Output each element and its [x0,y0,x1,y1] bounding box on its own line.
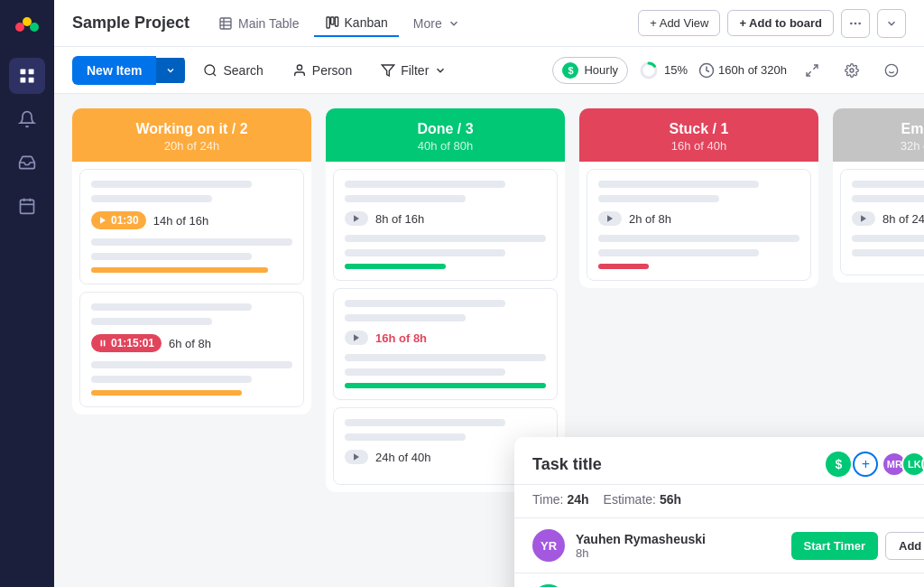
column-done-header: Done / 3 40h of 80h [326,108,565,162]
expand-button[interactable] [798,56,827,85]
column-stuck: Stuck / 1 16h of 40h 2h of 8h [579,108,818,288]
avatar: YR [532,529,565,562]
svg-rect-12 [220,18,231,29]
more-options-button[interactable] [841,9,870,38]
new-item-dropdown-button[interactable] [156,58,185,83]
popup-dollar-button[interactable]: $ [826,452,851,477]
sidebar-item-notifications[interactable] [9,101,45,137]
add-time-button[interactable]: Add Time [885,532,924,560]
column-stuck-body: 2h of 8h [579,162,818,288]
chevron-down-icon [885,17,898,30]
table-row[interactable]: 01:30 14h of 16h [79,169,304,284]
sidebar-item-inbox[interactable] [9,144,45,181]
timer-hours: 8h of 24h [882,212,924,226]
timer-badge-pending [345,331,368,345]
svg-rect-37 [104,340,106,347]
table-row[interactable]: 2h of 8h [587,169,811,281]
collapse-button[interactable] [877,9,906,38]
dots-icon [848,16,863,31]
hours-badge: 160h of 320h [698,62,787,79]
add-to-board-button[interactable]: + Add to board [727,10,834,36]
svg-point-31 [850,69,854,72]
new-item-main-button[interactable]: New Item [72,56,156,85]
card-timer-row: 8h of 24h [852,211,924,226]
tab-more[interactable]: More [402,11,471,36]
filter-chevron-icon [434,64,447,77]
column-working-title: Working on it / 2 [87,121,297,137]
popup-avatars: + MR LK 0 [858,452,924,477]
svg-rect-6 [21,78,26,83]
card-line [91,376,252,383]
column-working: Working on it / 2 20h of 24h 01:30 14h o… [72,108,311,415]
timer-badge-pending [345,450,368,464]
add-member-button[interactable]: + [853,452,878,477]
card-timer-row: 01:15:01 6h of 8h [91,334,292,352]
column-empty: Empty 32h of ... 8h of 24h [833,108,924,283]
timer-badge-pending [852,211,875,226]
svg-rect-5 [29,70,34,75]
hourly-label: Hourly [584,63,618,77]
emoji-button[interactable] [877,56,906,85]
card-line [345,433,466,441]
tab-main-table[interactable]: Main Table [208,11,310,36]
person-row: LK Lera Kuntsevich 16h [514,573,924,587]
time-value: 24h [567,492,588,507]
progress-stat: 15% [639,61,688,80]
start-timer-button[interactable]: Start Timer [791,532,878,560]
svg-marker-35 [100,217,106,224]
search-label: Search [223,63,263,78]
timer-hours: 8h of 16h [375,212,424,226]
progress-circle-icon [639,61,659,80]
svg-point-32 [885,64,897,76]
card-line [345,300,505,307]
table-row[interactable]: 16h of 8h [333,288,558,400]
svg-rect-16 [327,17,329,28]
table-row[interactable]: 8h of 24h [840,169,924,275]
time-item: Time: 24h [532,492,589,507]
progress-bar [91,390,242,396]
toolbar: New Item Search Person Filter $ Hourly [54,47,924,94]
card-line [91,303,252,311]
column-done-subtitle: 40h of 80h [340,139,550,153]
svg-point-1 [15,23,24,32]
person-name: Yauhen Rymasheuski [576,532,781,546]
person-label: Person [312,63,352,78]
kanban-board: Working on it / 2 20h of 24h 01:30 14h o… [54,94,924,587]
filter-icon [381,63,395,78]
settings-button[interactable] [837,56,866,85]
estimate-value: 56h [660,492,681,507]
new-item-button[interactable]: New Item [72,56,185,85]
svg-point-19 [850,22,853,24]
hourly-badge[interactable]: $ Hourly [552,57,628,84]
svg-marker-38 [354,215,359,222]
filter-button[interactable]: Filter [370,57,457,84]
add-view-button[interactable]: + Add View [638,10,720,36]
timer-hours: 16h of 8h [375,331,427,345]
person-filter-button[interactable]: Person [282,57,363,84]
column-working-header: Working on it / 2 20h of 24h [72,108,311,162]
sidebar-item-mywork[interactable] [9,188,45,224]
tab-kanban[interactable]: Kanban [314,10,399,37]
popup-header-actions: $ + MR LK 0 ··· [826,452,924,477]
svg-marker-40 [354,453,359,461]
emoji-icon [884,63,899,78]
svg-line-29 [813,65,818,70]
card-timer-row: 16h of 8h [345,331,546,345]
person-info: Yauhen Rymasheuski 8h [576,532,781,560]
app-logo[interactable] [11,11,43,43]
person-row: YR Yauhen Rymasheuski 8h Start Timer Add… [514,518,924,573]
sidebar-item-dashboard[interactable] [9,58,45,94]
card-line [598,181,759,188]
task-popup: Task title $ + MR LK 0 ··· Time: 24h [514,437,924,587]
svg-rect-8 [21,200,34,213]
search-button[interactable]: Search [192,57,273,84]
table-row[interactable]: 01:15:01 6h of 8h [79,292,304,407]
card-line [345,249,505,256]
timer-hours: 2h of 8h [629,212,671,226]
table-row[interactable]: 8h of 16h [333,169,558,281]
card-line [345,195,466,202]
card-line [598,249,759,256]
column-working-body: 01:30 14h of 16h 01:15:01 [72,162,311,415]
play-icon [605,214,614,223]
tab-main-table-label: Main Table [238,16,299,31]
